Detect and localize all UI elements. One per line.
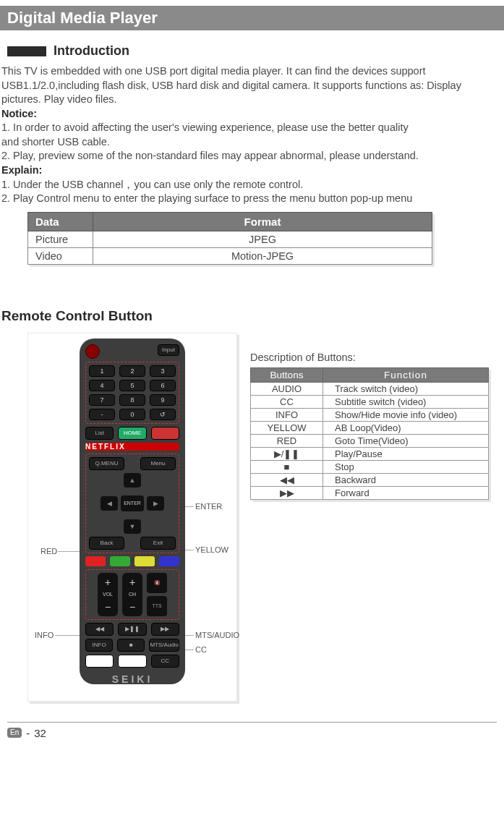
mute-icon: 🔇: [147, 573, 167, 593]
numpad-group: 1 2 3 4 5 6 7 8 9 -: [85, 362, 179, 424]
num-0: 0: [119, 409, 145, 420]
table-row: ▶▶Forward: [251, 486, 489, 499]
back-button: Back: [89, 537, 124, 550]
cc-button: CC: [151, 655, 179, 668]
enter-button: ENTER: [121, 495, 144, 511]
notice-item-1: 1. In order to avoid affecting the user'…: [1, 121, 497, 135]
vol-up-icon: +: [105, 577, 111, 587]
table-row: YELLOWAB Loop(Video): [251, 421, 489, 434]
netflix-button: NETFLIX: [85, 443, 179, 451]
vol-label: VOL: [103, 592, 113, 597]
dpad-up-icon: ▲: [124, 473, 141, 488]
stop-icon: ■: [117, 639, 145, 652]
func-cell: Show/Hide movie info (video): [323, 408, 489, 421]
introduction-text: This TV is embedded with one USB port di…: [1, 64, 497, 206]
color-buttons-row: [85, 556, 179, 566]
footer-divider: [7, 722, 497, 723]
youtube-button-icon: [151, 427, 179, 440]
btn-table-header-buttons: Buttons: [251, 367, 323, 382]
dpad-left-icon: ◀: [101, 496, 118, 511]
explain-label: Explain:: [1, 163, 497, 178]
label-mts-audio: MTS/AUDIO: [195, 631, 239, 639]
remote-body: Input 1 2 3 4 5 6 7 8: [80, 339, 185, 684]
red-color-button: [85, 556, 106, 566]
func-cell: Stop: [323, 460, 489, 473]
num-1: 1: [89, 365, 115, 377]
home-button: HOME: [118, 427, 146, 440]
mts-audio-button: MTS/Audio: [149, 639, 179, 652]
btn-cell-playpause-icon: ▶/❚❚: [251, 447, 323, 460]
num-dash: -: [89, 409, 115, 420]
rewind-icon: ◀◀: [85, 623, 114, 636]
format-table: Data Format Picture JPEG Video Motion-JP…: [27, 212, 432, 265]
explain-item-1: 1. Under the USB channel，you can use onl…: [1, 178, 497, 192]
btn-cell: INFO: [251, 408, 323, 421]
notice-label: Notice:: [1, 107, 497, 122]
input-button: Input: [158, 344, 179, 356]
intro-paragraph: This TV is embedded with one USB port di…: [1, 64, 497, 107]
label-cc: CC: [195, 645, 207, 654]
playpause-icon: ▶❚❚: [118, 623, 146, 636]
vudu-button-icon: [85, 655, 114, 668]
green-color-button: [110, 556, 130, 566]
btn-cell: YELLOW: [251, 421, 323, 434]
num-8: 8: [119, 394, 145, 406]
num-3: 3: [150, 365, 176, 377]
cell-data: Video: [28, 247, 93, 264]
remote-section-heading: Remote Control Button: [1, 308, 497, 324]
ch-label: CH: [129, 592, 136, 597]
vol-rocker: + VOL −: [98, 573, 118, 616]
num-9: 9: [150, 394, 176, 406]
blue-color-button: [159, 556, 179, 566]
footer-dash: -: [26, 727, 30, 739]
func-cell: Subtitle switch (video): [323, 395, 489, 408]
btn-cell: AUDIO: [251, 382, 323, 395]
num-2: 2: [119, 365, 145, 377]
num-6: 6: [150, 380, 176, 391]
num-return-icon: ↺: [150, 409, 176, 420]
vol-down-icon: −: [105, 602, 111, 612]
section-bar-icon: [7, 46, 46, 56]
table-row: CCSubtitle switch (video): [251, 395, 489, 408]
page-title-bar: Digital Media Player: [0, 6, 504, 30]
num-5: 5: [119, 380, 145, 391]
pandora-button-icon: [118, 655, 146, 668]
dpad-group: Q.MENU Menu ▲ ▼ ◀ ▶ ENTER Back Exi: [85, 454, 179, 553]
format-table-header-format: Format: [93, 212, 432, 231]
info-button: INFO: [85, 639, 113, 652]
qmenu-button: Q.MENU: [89, 457, 124, 470]
table-row: Video Motion-JPEG: [28, 247, 432, 264]
table-row: AUDIOTrack switch (video): [251, 382, 489, 395]
button-function-table: Buttons Function AUDIOTrack switch (vide…: [250, 367, 489, 500]
ch-up-icon: +: [129, 577, 135, 587]
forward-icon: ▶▶: [151, 623, 179, 636]
num-4: 4: [89, 380, 115, 391]
exit-button: Exit: [140, 537, 176, 550]
btn-cell: RED: [251, 434, 323, 447]
label-yellow: YELLOW: [195, 545, 228, 554]
label-red: RED: [40, 547, 57, 556]
cell-format: JPEG: [93, 231, 432, 247]
label-info: INFO: [35, 631, 54, 639]
dpad-right-icon: ▶: [147, 496, 164, 511]
func-cell: Goto Time(Video): [323, 434, 489, 447]
cell-data: Picture: [28, 231, 93, 247]
table-row: ■Stop: [251, 460, 489, 473]
btn-cell: CC: [251, 395, 323, 408]
btn-cell-stop-icon: ■: [251, 460, 323, 473]
yellow-color-button: [134, 556, 155, 566]
page-number: 32: [34, 727, 46, 739]
func-cell: Backward: [323, 473, 489, 486]
num-7: 7: [89, 394, 115, 406]
label-enter: ENTER: [195, 502, 222, 511]
table-row: Picture JPEG: [28, 231, 432, 247]
func-cell: Play/Pause: [323, 447, 489, 460]
page-footer: En - 32: [7, 727, 497, 739]
cell-format: Motion-JPEG: [93, 247, 432, 264]
ch-rocker: + CH −: [122, 573, 142, 616]
ch-down-icon: −: [129, 602, 135, 612]
list-button: List: [85, 427, 114, 440]
description-title: Description of Buttons:: [250, 352, 497, 363]
table-row: ▶/❚❚Play/Pause: [251, 447, 489, 460]
explain-item-2: 2. Play Control menu to enter the playin…: [1, 192, 497, 206]
